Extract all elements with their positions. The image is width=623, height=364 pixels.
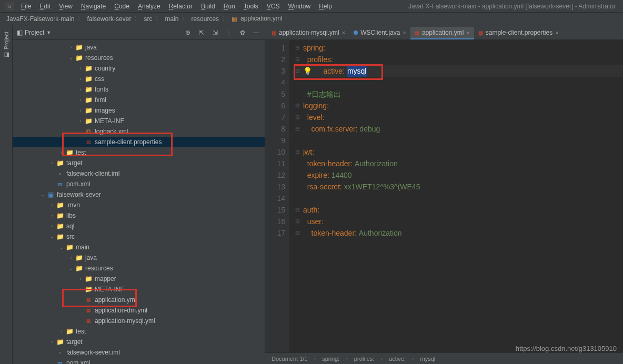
code-line-12[interactable]: expire: 14400	[295, 169, 623, 181]
editor-tabs: ▦application-mysql.yml×WSClient.java×▦ap…	[265, 25, 623, 40]
tree-item-java[interactable]: ›📁java	[13, 252, 265, 263]
menu-tools[interactable]: Tools	[239, 3, 263, 10]
breadcrumb-5[interactable]: ▦application.yml	[229, 15, 284, 23]
code-line-14[interactable]	[295, 193, 623, 204]
status-path-1[interactable]: profiles:	[354, 356, 375, 362]
code-line-11[interactable]: token-header: Authorization	[295, 158, 623, 169]
code-line-7[interactable]: ⊟ level:	[295, 112, 623, 123]
menu-view[interactable]: View	[55, 3, 77, 10]
expand-all-icon[interactable]: ⇱	[197, 28, 206, 37]
project-tool-tab[interactable]: ◧ Project	[2, 27, 11, 63]
status-path-0[interactable]: spring:	[322, 356, 339, 362]
file-icon: ▦	[272, 30, 276, 36]
tree-item-test[interactable]: ›📁test	[13, 326, 265, 337]
breadcrumb-3[interactable]: main	[163, 15, 180, 23]
settings-icon[interactable]: ✿	[238, 28, 247, 37]
tree-item-java[interactable]: ›📁java	[13, 42, 265, 53]
menu-window[interactable]: Window	[284, 3, 315, 10]
tree-item-sql[interactable]: ›📁sql	[13, 221, 265, 231]
hide-icon[interactable]: —	[252, 28, 260, 37]
code-line-2[interactable]: ⊟ profiles:	[295, 54, 623, 65]
code-line-15[interactable]: ⊟auth:	[295, 204, 623, 216]
tree-item-fonts[interactable]: ›📁fonts	[13, 84, 265, 95]
tab-close-icon[interactable]: ×	[403, 29, 406, 36]
tree-item-resources[interactable]: ⌄📁resources	[13, 53, 265, 63]
breadcrumb-1[interactable]: falsework-sever	[85, 15, 133, 23]
tab-close-icon[interactable]: ×	[466, 29, 469, 36]
tree-item-falsework-sever[interactable]: ⌄▣falsework-sever	[13, 189, 265, 200]
tree-item-country[interactable]: ›📁country	[13, 63, 265, 74]
code-line-8[interactable]: ⊟ com.fx.server: debug	[295, 123, 623, 135]
tree-item--mvn[interactable]: ›📁.mvn	[13, 200, 265, 210]
tree-item-meta-inf[interactable]: ›📁META-INF	[13, 284, 265, 295]
editor-body[interactable]: 1234567891011121314151617 ⊟spring:⊟ prof…	[265, 40, 623, 364]
code-line-6[interactable]: ⊟logging:	[295, 100, 623, 112]
locate-icon[interactable]: ⊕	[184, 28, 192, 37]
menu-edit[interactable]: Edit	[35, 3, 55, 10]
tree-item-fxml[interactable]: ›📁fxml	[13, 95, 265, 105]
code-line-3[interactable]: ⊟💡 active: mysql	[295, 65, 623, 77]
tree-item-main[interactable]: ⌄📁main	[13, 242, 265, 252]
tree-item-libs[interactable]: ›📁libs	[13, 210, 265, 221]
code-line-10[interactable]: ⊟jwt:	[295, 146, 623, 158]
menu-vcs[interactable]: VCS	[263, 3, 284, 10]
menu-file[interactable]: File	[17, 3, 35, 10]
tree-item-falsework-client-iml[interactable]: ▫falsework-client.iml	[13, 168, 265, 179]
tree-item-mapper[interactable]: ›📁mapper	[13, 274, 265, 284]
tree-item-test[interactable]: ›📁test	[13, 147, 265, 158]
tree-item-application-mysql-yml[interactable]: ▦application-mysql.yml	[13, 316, 265, 326]
menu-navigate[interactable]: Navigate	[77, 3, 110, 10]
project-view-selector[interactable]: ◧ Project ▼	[17, 29, 51, 36]
code-line-4[interactable]	[295, 77, 623, 88]
tab-close-icon[interactable]: ×	[555, 29, 558, 36]
tab-close-icon[interactable]: ×	[342, 29, 345, 36]
tree-item-target[interactable]: ›📁target	[13, 158, 265, 168]
menu-build[interactable]: Build	[197, 3, 219, 10]
tab-label: application.yml	[422, 29, 464, 36]
tree-item-application-dm-yml[interactable]: ▦application-dm.yml	[13, 305, 265, 316]
breadcrumb-0[interactable]: JavaFX-Falsework-main	[4, 15, 76, 23]
tree-item-pom-xml[interactable]: mpom.xml	[13, 179, 265, 189]
tree-item-css[interactable]: ›📁css	[13, 74, 265, 84]
intention-bulb-icon[interactable]: 💡	[303, 65, 312, 77]
status-path-2[interactable]: active:	[389, 356, 406, 362]
tree-item-images[interactable]: ›📁images	[13, 105, 265, 116]
code-line-17[interactable]: ⊟ token-header: Authorization	[295, 227, 623, 239]
code-line-1[interactable]: ⊟spring:	[295, 42, 623, 54]
tree-item-sample-client-properties[interactable]: ▤sample-client.properties	[13, 137, 265, 147]
breadcrumb-2[interactable]: src	[142, 15, 154, 23]
breadcrumb-4[interactable]: resources	[189, 15, 221, 23]
project-tree[interactable]: ›📁java⌄📁resources›📁country›📁css›📁fonts›📁…	[13, 40, 265, 364]
tree-item-target[interactable]: ›📁target	[13, 337, 265, 347]
status-bar: Document 1/1 › spring: › profiles: › act…	[265, 352, 623, 364]
menu-analyze[interactable]: Analyze	[134, 3, 165, 10]
tree-item-application-yml[interactable]: ▦application.yml	[13, 295, 265, 305]
code-content[interactable]: ⊟spring:⊟ profiles:⊟💡 active: mysql #日志输…	[289, 40, 623, 364]
left-sidebar: ◧ Project	[0, 25, 13, 364]
collapse-all-icon[interactable]: ⇲	[211, 28, 219, 37]
tree-item-falsework-sever-iml[interactable]: ▫falsework-sever.iml	[13, 347, 265, 358]
code-line-16[interactable]: ⊟ user:	[295, 216, 623, 227]
tab-application-yml[interactable]: ▦application.yml×	[410, 27, 474, 39]
menu-run[interactable]: Run	[219, 3, 239, 10]
tree-item-meta-inf[interactable]: ›📁META-INF	[13, 116, 265, 126]
code-line-13[interactable]: rsa-secret: xx1WET12^%3^(WE45	[295, 181, 623, 193]
file-icon: ▦	[415, 30, 419, 36]
menu-refactor[interactable]: Refactor	[165, 3, 197, 10]
tab-sample-client-properties[interactable]: ▦sample-client.properties×	[474, 27, 563, 39]
tree-item-pom-xml[interactable]: mpom.xml	[13, 358, 265, 364]
project-tab-label: Project	[3, 32, 9, 49]
tree-item-src[interactable]: ⌄📁src	[13, 231, 265, 242]
code-line-9[interactable]	[295, 135, 623, 146]
menu-help[interactable]: Help	[315, 3, 336, 10]
tree-item-logback-xml[interactable]: ⧉logback.xml	[13, 126, 265, 137]
tab-label: WSClient.java	[360, 29, 400, 36]
tab-application-mysql-yml[interactable]: ▦application-mysql.yml×	[267, 27, 349, 39]
menu-code[interactable]: Code	[110, 3, 134, 10]
status-path-3[interactable]: mysql	[420, 356, 436, 362]
project-icon: ◧	[17, 29, 23, 36]
tree-item-resources[interactable]: ⌄📁resources	[13, 263, 265, 274]
divider: |	[225, 28, 233, 37]
code-line-5[interactable]: #日志输出	[295, 88, 623, 100]
tab-wsclient-java[interactable]: WSClient.java×	[349, 27, 410, 39]
